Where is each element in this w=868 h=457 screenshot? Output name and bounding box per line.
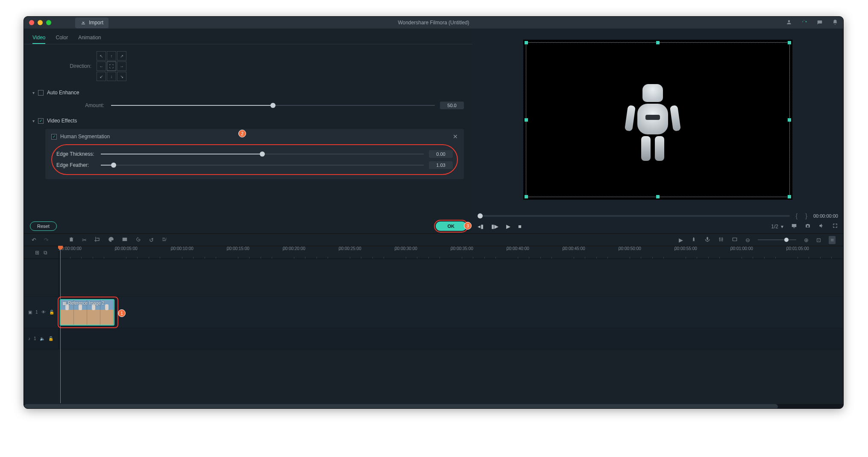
ruler-tick: 00:00:50:00 — [619, 246, 641, 251]
mute-icon[interactable]: 🔈 — [40, 336, 45, 341]
direction-nw[interactable]: ↖ — [97, 51, 106, 61]
video-effects-title: Video Effects — [47, 118, 77, 124]
edge-thickness-value[interactable]: 0.00 — [429, 150, 453, 158]
track-add-icon[interactable]: ⊞ — [35, 250, 39, 256]
adjust-icon[interactable] — [161, 236, 167, 244]
ruler-body[interactable]: 00:00:00:0000:00:05:0000:00:10:0000:00:1… — [59, 246, 843, 259]
play-button[interactable]: ▶ — [506, 223, 510, 230]
direction-ne[interactable]: ↗ — [117, 51, 126, 61]
close-icon[interactable]: ✕ — [453, 133, 458, 140]
human-seg-checkbox[interactable] — [51, 134, 57, 140]
import-button[interactable]: Import — [75, 17, 108, 28]
color-icon[interactable] — [108, 236, 114, 244]
edge-thickness-slider[interactable] — [99, 154, 425, 154]
ruler-tick: 00:00:10:00 — [171, 246, 194, 251]
view-mode-icon[interactable]: ≡ — [829, 236, 836, 244]
crop-icon[interactable] — [94, 236, 100, 244]
direction-center[interactable]: ⛶ — [107, 61, 116, 71]
message-icon[interactable] — [817, 19, 823, 26]
amount-slider[interactable] — [109, 105, 437, 106]
tab-video[interactable]: Video — [32, 32, 45, 44]
zoom-out-icon[interactable]: ⊖ — [745, 237, 750, 243]
tab-animation[interactable]: Animation — [78, 32, 101, 44]
marker-icon[interactable] — [691, 236, 697, 244]
direction-w[interactable]: ← — [97, 61, 106, 71]
scrub-thumb[interactable] — [478, 213, 483, 218]
maximize-window-button[interactable] — [46, 20, 51, 25]
auto-enhance-checkbox[interactable] — [38, 90, 44, 96]
zoom-fit-icon[interactable]: ⊡ — [816, 237, 821, 243]
fullscreen-icon[interactable] — [832, 223, 838, 230]
render-icon[interactable]: ▶ — [679, 237, 683, 243]
reverse-icon[interactable]: ↺ — [149, 237, 154, 243]
preview-canvas[interactable] — [523, 40, 792, 200]
playhead[interactable] — [60, 246, 61, 403]
frame-back-button[interactable]: ▮▶ — [491, 223, 499, 230]
close-window-button[interactable] — [29, 20, 34, 25]
cut-icon[interactable]: ✂ — [82, 237, 87, 243]
minimize-window-button[interactable] — [38, 20, 43, 25]
direction-n[interactable]: ↑ — [107, 51, 116, 61]
display-icon[interactable] — [791, 223, 797, 230]
resize-handle-nw[interactable] — [525, 41, 528, 44]
direction-sw[interactable]: ↙ — [97, 72, 106, 81]
resize-handle-n[interactable] — [656, 41, 660, 44]
mark-out-icon[interactable]: } — [803, 212, 809, 219]
resize-handle-ne[interactable] — [788, 41, 791, 44]
lock-icon[interactable]: 🔓 — [48, 336, 53, 341]
link-icon[interactable]: ⧉ — [44, 250, 47, 256]
resize-handle-se[interactable] — [788, 195, 791, 198]
stop-button[interactable]: ■ — [518, 223, 522, 230]
ruler-tick: 00:00:05:00 — [115, 246, 138, 251]
aspect-icon[interactable] — [732, 236, 738, 244]
direction-row: Direction: ↖ ↑ ↗ ← ⛶ → ↙ ↓ ↘ — [45, 51, 464, 81]
speed-icon[interactable] — [135, 236, 141, 244]
edge-feather-slider[interactable] — [99, 165, 425, 166]
resize-handle-e[interactable] — [788, 118, 791, 122]
audio-lane[interactable] — [59, 328, 843, 349]
ok-button[interactable]: OK — [436, 221, 467, 231]
direction-s[interactable]: ↓ — [107, 72, 116, 81]
video-effects-header[interactable]: ▾ Video Effects — [32, 115, 464, 126]
scrollbar-thumb[interactable] — [24, 404, 778, 409]
lock-icon[interactable]: 🔓 — [49, 310, 54, 314]
edge-feather-value[interactable]: 1.03 — [429, 161, 453, 169]
subtitle-icon[interactable] — [122, 236, 128, 244]
redo-icon[interactable]: ↷ — [44, 237, 49, 243]
sync-icon[interactable] — [801, 19, 807, 26]
timeline-ruler[interactable]: ⊞ ⧉ 00:00:00:0000:00:05:0000:00:10:0000:… — [24, 246, 843, 259]
mic-icon[interactable] — [704, 236, 710, 244]
video-lane[interactable]: ▦ Reference Image 2 1 — [59, 297, 843, 328]
timeline-scrollbar[interactable] — [24, 404, 843, 409]
undo-icon[interactable]: ↶ — [32, 237, 36, 243]
zoom-in-icon[interactable]: ⊕ — [804, 237, 809, 243]
volume-icon[interactable] — [818, 223, 824, 230]
direction-grid: ↖ ↑ ↗ ← ⛶ → ↙ ↓ ↘ — [97, 51, 126, 81]
notification-icon[interactable] — [832, 19, 838, 26]
visibility-icon[interactable]: 👁 — [41, 310, 46, 314]
resize-handle-sw[interactable] — [525, 195, 528, 198]
inspector-footer: Reset OK 3 — [24, 219, 472, 233]
scrub-track[interactable] — [478, 215, 790, 217]
timeline-zoom-slider[interactable] — [758, 239, 796, 240]
video-track: ▣ 1 👁 🔓 ▦ Reference Image 2 1 — [24, 297, 843, 328]
mark-in-icon[interactable]: { — [794, 212, 800, 219]
tab-color[interactable]: Color — [56, 32, 68, 44]
video-effects-checkbox[interactable] — [38, 118, 44, 124]
amount-value[interactable]: 50.0 — [440, 102, 464, 109]
resize-handle-s[interactable] — [656, 195, 660, 198]
reset-button[interactable]: Reset — [30, 221, 57, 231]
ruler-tick: 00:00:55:00 — [674, 246, 697, 251]
direction-se[interactable]: ↘ — [117, 72, 126, 81]
account-icon[interactable] — [786, 19, 792, 26]
delete-icon[interactable] — [68, 236, 74, 244]
timeline-clip[interactable]: ▦ Reference Image 2 — [60, 299, 114, 326]
step-back-button[interactable]: ◂▮ — [478, 223, 484, 230]
direction-e[interactable]: → — [117, 61, 126, 71]
snapshot-icon[interactable] — [805, 223, 811, 230]
auto-enhance-header[interactable]: ▾ Auto Enhance — [32, 87, 464, 98]
resize-handle-w[interactable] — [525, 118, 528, 122]
preview-zoom-select[interactable]: 1/2▾ — [771, 224, 783, 230]
mixer-icon[interactable] — [718, 236, 724, 244]
timeline-toolbar: ↶ ↷ ✂ ↺ ▶ ⊖ ⊕ ⊡ ≡ — [24, 233, 843, 246]
